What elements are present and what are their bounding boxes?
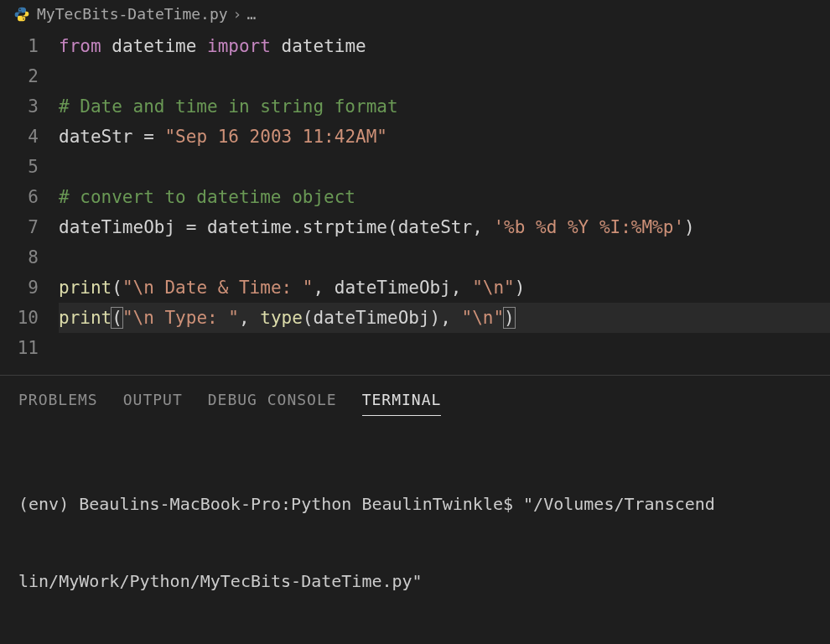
operator: =	[175, 217, 207, 237]
code-line[interactable]: print("\n Date & Time: ", dateTimeObj, "…	[59, 273, 830, 303]
code-line[interactable]: dateTimeObj = datetime.strptime(dateStr,…	[59, 212, 830, 242]
code-line[interactable]	[59, 152, 830, 182]
variable: dateStr	[59, 127, 133, 147]
tab-output[interactable]: OUTPUT	[123, 391, 183, 416]
bottom-panel: PROBLEMS OUTPUT DEBUG CONSOLE TERMINAL (…	[0, 375, 830, 644]
string-literal: "\n"	[462, 308, 505, 328]
terminal-line: (env) Beaulins-MacBook-Pro:Python Beauli…	[18, 491, 813, 517]
comment: # convert to datetime object	[59, 187, 355, 207]
argument: dateStr	[398, 217, 473, 237]
line-number: 1	[0, 31, 39, 61]
class-datetime: datetime	[207, 217, 292, 237]
code-line[interactable]: from datetime import datetime	[59, 31, 830, 61]
line-number: 2	[0, 61, 39, 91]
builtin-print: print	[59, 308, 112, 328]
string-literal: "\n Date & Time: "	[122, 278, 314, 298]
python-file-icon	[13, 6, 30, 23]
argument: dateTimeObj	[313, 308, 429, 328]
method-strptime: strptime	[303, 217, 387, 237]
comma: ,	[313, 278, 334, 298]
code-line[interactable]	[59, 242, 830, 273]
builtin-print: print	[59, 278, 112, 298]
terminal-line: lin/MyWork/Python/MyTecBits-DateTime.py"	[18, 569, 813, 594]
line-number: 8	[0, 242, 39, 273]
code-content[interactable]: from datetime import datetime # Date and…	[59, 31, 830, 363]
class-datetime: datetime	[282, 36, 366, 56]
string-literal: '%b %d %Y %I:%M%p'	[493, 217, 684, 237]
paren: )	[515, 278, 526, 298]
tab-terminal[interactable]: TERMINAL	[362, 391, 442, 416]
comma: ,	[472, 217, 493, 237]
comment: # Date and time in string format	[59, 96, 398, 117]
paren: (	[112, 278, 122, 298]
builtin-type: type	[260, 308, 303, 328]
breadcrumb: MyTecBits-DateTime.py › …	[0, 0, 830, 28]
keyword-from: from	[59, 36, 101, 56]
string-literal: "\n"	[472, 278, 515, 298]
paren: )	[430, 308, 441, 328]
paren: )	[684, 217, 695, 237]
paren: (	[303, 308, 314, 328]
code-line[interactable]: dateStr = "Sep 16 2003 11:42AM"	[59, 122, 830, 152]
string-literal: "\n Type: "	[122, 308, 239, 328]
line-number: 10	[0, 303, 39, 333]
paren: (	[387, 217, 398, 237]
string-literal: "Sep 16 2003 11:42AM"	[164, 127, 387, 147]
argument: dateTimeObj	[335, 278, 451, 298]
code-line[interactable]: print("\n Type: ", type(dateTimeObj), "\…	[59, 303, 830, 333]
operator: =	[133, 127, 165, 147]
line-number: 9	[0, 273, 39, 303]
line-number: 3	[0, 91, 39, 122]
code-line[interactable]	[59, 61, 830, 91]
line-number: 11	[0, 333, 39, 363]
tab-problems[interactable]: PROBLEMS	[18, 391, 98, 416]
comma: ,	[440, 308, 461, 328]
line-number: 7	[0, 212, 39, 242]
paren-matched: (	[111, 307, 123, 329]
breadcrumb-separator: ›	[233, 5, 242, 23]
code-line[interactable]: # Date and time in string format	[59, 91, 830, 122]
code-line[interactable]	[59, 333, 830, 363]
dot: .	[292, 217, 303, 237]
comma: ,	[451, 278, 472, 298]
comma: ,	[239, 308, 260, 328]
line-number: 5	[0, 152, 39, 182]
breadcrumb-filename[interactable]: MyTecBits-DateTime.py	[37, 5, 228, 23]
code-editor[interactable]: 1 2 3 4 5 6 7 8 9 10 11 from datetime im…	[0, 28, 830, 363]
line-number-gutter: 1 2 3 4 5 6 7 8 9 10 11	[0, 31, 59, 363]
breadcrumb-ellipsis[interactable]: …	[246, 5, 256, 23]
keyword-import: import	[207, 36, 271, 56]
code-line[interactable]: # convert to datetime object	[59, 182, 830, 212]
variable: dateTimeObj	[59, 217, 175, 237]
terminal-output[interactable]: (env) Beaulins-MacBook-Pro:Python Beauli…	[18, 441, 813, 644]
line-number: 6	[0, 182, 39, 212]
paren-matched: )	[503, 307, 516, 329]
module-datetime: datetime	[112, 36, 196, 56]
line-number: 4	[0, 122, 39, 152]
tab-debug-console[interactable]: DEBUG CONSOLE	[208, 391, 337, 416]
panel-tabs: PROBLEMS OUTPUT DEBUG CONSOLE TERMINAL	[18, 391, 813, 416]
